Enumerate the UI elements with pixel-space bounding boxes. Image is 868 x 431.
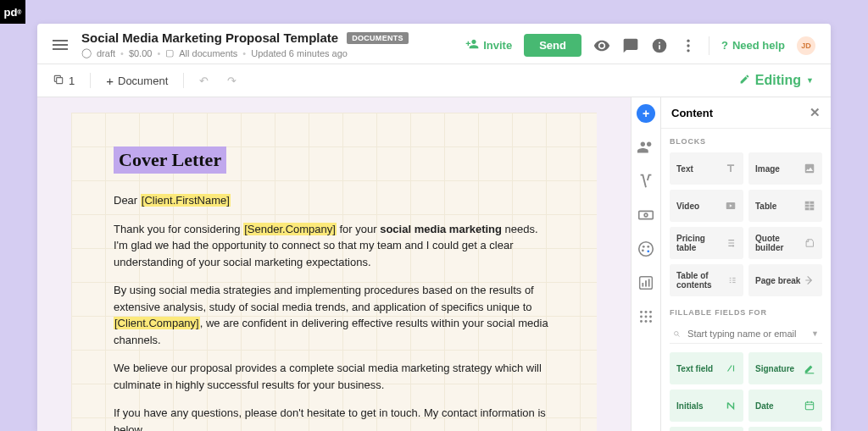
- signature-icon: [804, 362, 815, 374]
- pricing-icon[interactable]: [637, 206, 655, 224]
- close-icon[interactable]: ✕: [810, 105, 821, 120]
- cover-letter-heading[interactable]: Cover Letter: [114, 146, 226, 174]
- video-icon: [725, 200, 737, 212]
- people-icon[interactable]: [637, 138, 655, 157]
- preview-icon[interactable]: [593, 37, 610, 54]
- design-icon[interactable]: [637, 240, 655, 258]
- undo-button[interactable]: ↶: [192, 71, 215, 91]
- redo-button[interactable]: ↷: [220, 71, 243, 91]
- app-header: Social Media Marketing Proposal Template…: [37, 24, 831, 64]
- image-icon: [804, 163, 815, 174]
- block-label: Quote builder: [755, 234, 804, 252]
- svg-point-18: [649, 311, 652, 313]
- analytics-icon[interactable]: [637, 274, 655, 292]
- block-date[interactable]: Date: [748, 390, 822, 422]
- blocks-section-label: BLOCKS: [670, 137, 822, 146]
- svg-point-2: [687, 44, 689, 47]
- paragraph-2[interactable]: By using social media strategies and imp…: [114, 282, 554, 348]
- svg-point-3: [687, 49, 689, 52]
- block-quote[interactable]: Quote builder: [748, 227, 822, 259]
- block-toc[interactable]: Table of contents: [670, 264, 743, 296]
- svg-rect-4: [57, 77, 63, 83]
- paragraph-4[interactable]: If you have any questions, please don't …: [114, 405, 554, 431]
- invite-button[interactable]: Invite: [465, 37, 512, 53]
- chat-icon[interactable]: [622, 37, 639, 54]
- panel-title: Content: [671, 107, 713, 119]
- block-label: Signature: [755, 364, 794, 373]
- block-label: Table of contents: [676, 271, 728, 290]
- svg-point-17: [645, 311, 648, 313]
- toc-icon: [728, 274, 737, 286]
- block-textfield[interactable]: Text field: [670, 352, 743, 384]
- svg-point-7: [639, 242, 654, 257]
- svg-point-28: [675, 331, 679, 335]
- recipient-search-input[interactable]: [687, 329, 804, 339]
- svg-point-16: [640, 311, 643, 313]
- svg-rect-14: [645, 280, 647, 286]
- svg-rect-13: [642, 283, 643, 287]
- block-image[interactable]: Image: [748, 152, 822, 185]
- content-panel: Content ✕ BLOCKS TextImageVideoTablePric…: [661, 97, 831, 431]
- document-title: Social Media Marketing Proposal Template: [81, 30, 338, 45]
- add-content-icon[interactable]: +: [637, 104, 655, 123]
- hamburger-menu-icon[interactable]: [53, 37, 68, 52]
- block-video[interactable]: Video: [670, 190, 743, 222]
- recipient-search[interactable]: ▼: [670, 323, 822, 344]
- user-avatar[interactable]: JD: [797, 36, 815, 55]
- info-icon[interactable]: [651, 37, 668, 54]
- block-break[interactable]: Page break: [748, 264, 822, 296]
- chevron-down-icon[interactable]: ▼: [811, 329, 819, 338]
- greeting-line[interactable]: Dear [Client.FirstName]: [114, 192, 554, 209]
- svg-rect-15: [648, 279, 650, 286]
- client-firstname-variable[interactable]: [Client.FirstName]: [141, 194, 231, 207]
- pencil-icon: [739, 73, 750, 88]
- block-initials[interactable]: Initials: [670, 390, 743, 422]
- svg-point-20: [645, 316, 648, 318]
- apps-icon[interactable]: [637, 307, 655, 326]
- pages-button[interactable]: 1: [46, 70, 81, 91]
- folder-icon: ▢: [165, 47, 174, 58]
- more-icon[interactable]: [680, 37, 697, 54]
- add-document-button[interactable]: + Document: [99, 70, 175, 91]
- block-label: Initials: [676, 401, 704, 411]
- svg-point-1: [687, 39, 689, 41]
- help-button[interactable]: ?Need help: [721, 39, 785, 52]
- side-rail: +: [631, 97, 661, 431]
- variables-icon[interactable]: [637, 172, 655, 191]
- svg-point-6: [644, 213, 648, 217]
- sender-company-variable[interactable]: [Sender.Company]: [243, 223, 337, 235]
- document-page[interactable]: Cover Letter Dear [Client.FirstName] Tha…: [71, 113, 597, 431]
- svg-point-10: [642, 249, 644, 251]
- copy-icon: [53, 74, 64, 88]
- textfield-icon: [725, 362, 737, 374]
- block-signature[interactable]: Signature: [748, 352, 822, 384]
- svg-point-21: [649, 316, 652, 318]
- block-table[interactable]: Table: [748, 190, 822, 222]
- block-label: Image: [755, 164, 780, 174]
- table-icon: [804, 200, 815, 212]
- mode-dropdown[interactable]: Editing ▼: [731, 69, 822, 91]
- block-text[interactable]: Text: [670, 152, 743, 185]
- fillable-section-label: FILLABLE FIELDS FOR: [670, 308, 822, 317]
- client-company-variable[interactable]: [Client.Company]: [114, 317, 200, 329]
- paragraph-1[interactable]: Thank you for considering [Sender.Compan…: [114, 221, 554, 271]
- svg-rect-25: [805, 164, 815, 174]
- search-icon: [673, 328, 681, 339]
- block-radio[interactable]: Radio buttons: [748, 427, 822, 431]
- date-icon: [804, 400, 815, 412]
- svg-point-22: [640, 320, 643, 323]
- text-icon: [725, 163, 737, 174]
- document-type-badge: DOCUMENTS: [347, 32, 409, 44]
- paragraph-3[interactable]: We believe our proposal provides a compl…: [114, 360, 554, 393]
- block-label: Page break: [755, 276, 800, 285]
- block-label: Date: [755, 401, 774, 411]
- document-canvas[interactable]: Cover Letter Dear [Client.FirstName] Tha…: [37, 97, 631, 431]
- send-button[interactable]: Send: [524, 34, 581, 57]
- doc-status-icon: ◯: [81, 47, 92, 58]
- svg-point-24: [649, 320, 652, 323]
- person-add-icon: [465, 37, 479, 53]
- svg-point-23: [645, 320, 648, 323]
- block-pricing[interactable]: Pricing table: [670, 227, 743, 259]
- svg-point-8: [643, 246, 645, 248]
- block-checkbox[interactable]: Checkbox: [670, 427, 743, 431]
